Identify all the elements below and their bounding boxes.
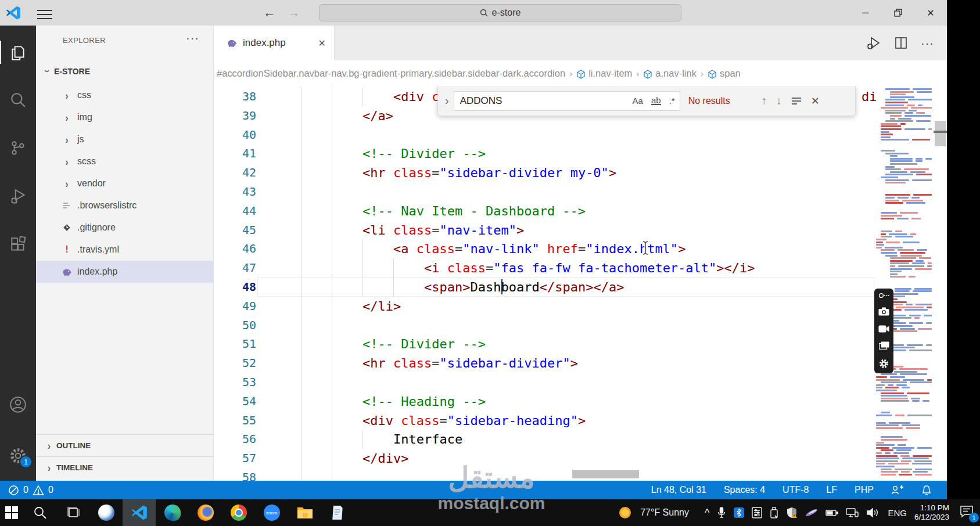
eol-indicator[interactable]: LF bbox=[826, 485, 837, 495]
breadcrumb-item[interactable]: a.nav-link bbox=[655, 68, 697, 79]
taskbar-app-vscode[interactable] bbox=[123, 499, 156, 526]
match-case-icon[interactable]: Aa bbox=[633, 96, 643, 106]
vertical-scrollbar[interactable] bbox=[934, 86, 947, 481]
taskbar-app-notepad[interactable] bbox=[321, 499, 354, 526]
language-mode[interactable]: PHP bbox=[855, 485, 874, 495]
tab-close-icon[interactable]: ✕ bbox=[318, 38, 326, 49]
code-line[interactable] bbox=[214, 373, 875, 392]
whole-word-icon[interactable]: ab bbox=[651, 96, 661, 105]
problems-indicator[interactable]: 0 0 bbox=[8, 485, 53, 496]
restore-button[interactable] bbox=[882, 0, 914, 26]
run-debug-icon[interactable] bbox=[0, 182, 36, 210]
taskbar-app-chrome[interactable] bbox=[222, 499, 255, 526]
recorder-settings-gear-icon[interactable] bbox=[878, 358, 889, 369]
start-button[interactable] bbox=[0, 499, 23, 526]
recorder-logo-icon[interactable] bbox=[879, 293, 889, 298]
code-line[interactable]: </li> bbox=[214, 297, 875, 316]
tree-item-vendor[interactable]: › vendor bbox=[36, 172, 213, 194]
split-editor-icon[interactable] bbox=[894, 36, 908, 50]
code-line[interactable]: <div class="sidebar-heading"> bbox=[214, 411, 875, 430]
menu-hamburger-icon[interactable] bbox=[37, 7, 52, 19]
code-line[interactable]: <!-- Heading --> bbox=[214, 392, 875, 411]
code-line[interactable]: <i class="fas fa-fw fa-tachometer-alt"><… bbox=[214, 258, 875, 278]
source-control-icon[interactable] bbox=[0, 134, 36, 162]
task-view-button[interactable] bbox=[56, 499, 89, 526]
scrollbar-slider[interactable] bbox=[935, 121, 946, 146]
code-line[interactable] bbox=[214, 125, 875, 145]
code-line[interactable]: <li class="nav-item"> bbox=[214, 221, 875, 240]
code-editor[interactable]: 38<div cdi39</a>4041<!-- Divider -->42<h… bbox=[214, 86, 947, 481]
code-line[interactable] bbox=[214, 182, 875, 201]
speaker-volume-icon[interactable] bbox=[866, 507, 880, 518]
code-line[interactable]: <hr class="sidebar-divider my-0"> bbox=[214, 163, 875, 182]
code-line[interactable] bbox=[214, 468, 875, 481]
notifications-bell-icon[interactable] bbox=[921, 484, 932, 496]
editor-more-actions-icon[interactable]: ··· bbox=[921, 37, 934, 50]
code-line[interactable] bbox=[214, 316, 875, 335]
usb-device-icon[interactable] bbox=[770, 507, 778, 518]
tree-item-js[interactable]: › js bbox=[36, 128, 213, 150]
explorer-more-icon[interactable]: ··· bbox=[186, 31, 199, 45]
account-icon[interactable] bbox=[0, 391, 36, 419]
command-center-search[interactable]: e-store bbox=[319, 4, 681, 21]
screenshot-camera-icon[interactable] bbox=[878, 307, 889, 316]
feedback-icon[interactable] bbox=[891, 485, 904, 495]
breadcrumb-item[interactable]: span bbox=[720, 68, 741, 79]
run-debug-editor-icon[interactable] bbox=[866, 35, 881, 51]
close-button[interactable]: ✕ bbox=[914, 0, 947, 26]
taskbar-app-media-sphere[interactable] bbox=[89, 499, 123, 526]
explorer-root-folder[interactable]: › E-STORE bbox=[36, 60, 213, 82]
code-line[interactable]: <!-- Divider --> bbox=[214, 334, 875, 354]
code-line[interactable]: Interface bbox=[214, 430, 875, 449]
tab-index-php[interactable]: index.php ✕ bbox=[214, 26, 335, 60]
security-shield-warning-icon[interactable] bbox=[786, 507, 798, 518]
minimize-button[interactable]: ─ bbox=[849, 0, 882, 26]
find-previous-icon[interactable]: ↑ bbox=[762, 95, 767, 107]
cursor-position[interactable]: Ln 48, Col 31 bbox=[651, 485, 706, 495]
indentation-indicator[interactable]: Spaces: 4 bbox=[724, 485, 765, 495]
code-line[interactable]: <hr class="sidebar-divider"> bbox=[214, 354, 875, 373]
settings-panel-icon[interactable] bbox=[752, 507, 762, 518]
minimap[interactable] bbox=[875, 86, 934, 481]
code-line[interactable]: <a class="nav-link" href="index.html"> bbox=[214, 239, 875, 258]
code-line[interactable]: <!-- Divider --> bbox=[214, 144, 875, 163]
taskbar-search-button[interactable] bbox=[23, 499, 56, 526]
code-line[interactable]: <span>Dashboard</span></a> bbox=[214, 278, 875, 297]
nav-back-button[interactable]: ← bbox=[260, 3, 279, 22]
taskbar-app-zoom[interactable]: zoom bbox=[255, 499, 288, 526]
tree-item-css[interactable]: › css bbox=[36, 84, 213, 106]
tree-item-img[interactable]: › img bbox=[36, 106, 213, 128]
find-in-selection-icon[interactable] bbox=[791, 97, 802, 105]
taskbar-app-firefox[interactable] bbox=[189, 499, 222, 526]
breadcrumb[interactable]: #accordionSidebar.navbar-nav.bg-gradient… bbox=[214, 60, 947, 86]
toggle-replace-icon[interactable]: › bbox=[445, 94, 449, 107]
windows-capture-icon[interactable] bbox=[879, 341, 889, 350]
search-sidebar-icon[interactable] bbox=[0, 86, 36, 114]
find-next-icon[interactable]: ↓ bbox=[776, 95, 782, 107]
bluetooth-icon[interactable] bbox=[734, 507, 744, 518]
taskbar-app-file-explorer[interactable] bbox=[288, 499, 321, 526]
battery-plug-icon[interactable] bbox=[825, 508, 838, 517]
tree-item-scss[interactable]: › scss bbox=[36, 150, 213, 172]
taskbar-app-edge[interactable] bbox=[156, 499, 189, 526]
action-center-button[interactable]: 1 bbox=[959, 504, 977, 521]
encoding-indicator[interactable]: UTF-8 bbox=[782, 485, 809, 495]
explorer-icon[interactable] bbox=[0, 38, 36, 66]
horizontal-scrollbar[interactable] bbox=[572, 470, 639, 478]
timeline-section[interactable]: › TIMELINE bbox=[36, 456, 213, 478]
network-monitor-icon[interactable] bbox=[846, 507, 859, 518]
extensions-icon[interactable] bbox=[0, 231, 36, 259]
tree-item-travis-yml[interactable]: ! .travis.yml bbox=[36, 239, 213, 261]
regex-icon[interactable]: .* bbox=[669, 96, 675, 106]
pen-feather-icon[interactable] bbox=[805, 507, 818, 518]
weather-text[interactable]: 77°F Sunny bbox=[640, 507, 689, 518]
input-language-indicator[interactable]: ENG bbox=[888, 508, 907, 518]
outline-section[interactable]: › OUTLINE bbox=[36, 434, 213, 456]
nav-forward-button[interactable]: → bbox=[285, 3, 303, 22]
code-line[interactable]: </div> bbox=[214, 449, 875, 468]
record-video-icon[interactable] bbox=[878, 325, 889, 333]
tree-item-browserslistrc[interactable]: .browserslistrc bbox=[36, 194, 213, 217]
breadcrumb-root[interactable]: #accordionSidebar.navbar-nav.bg-gradient… bbox=[217, 68, 565, 79]
breadcrumb-item[interactable]: li.nav-item bbox=[588, 68, 632, 79]
clock[interactable]: 1:10 PM 6/12/2023 bbox=[914, 503, 949, 522]
